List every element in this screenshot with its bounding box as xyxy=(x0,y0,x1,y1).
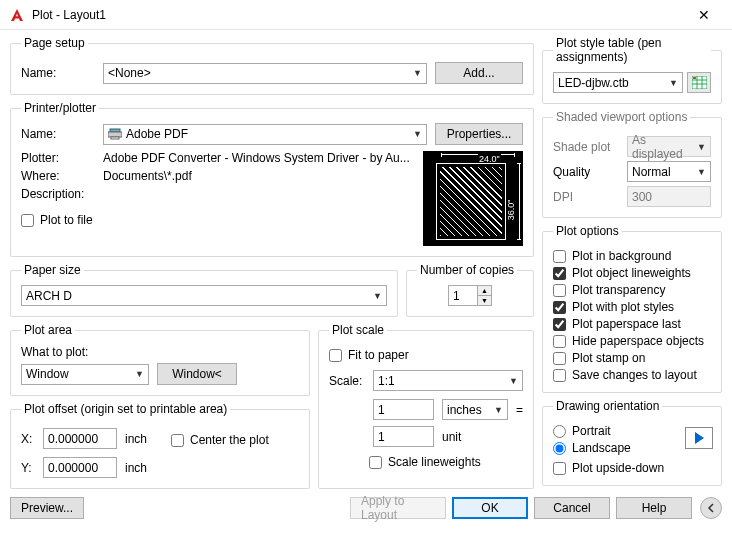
orientation-group: Drawing orientation Portrait Landscape P… xyxy=(542,399,722,486)
spin-down-icon[interactable]: ▼ xyxy=(477,296,491,305)
printer-name-value: Adobe PDF xyxy=(126,127,188,141)
help-button[interactable]: Help xyxy=(616,497,692,519)
offset-y-input[interactable]: 0.000000 xyxy=(43,457,117,478)
page-setup-name-label: Name: xyxy=(21,66,95,80)
offset-x-label: X: xyxy=(21,432,35,446)
copies-input[interactable]: 1 ▲▼ xyxy=(448,285,492,306)
scale-lineweights-checkbox[interactable] xyxy=(369,456,382,469)
save-layout-checkbox[interactable] xyxy=(553,369,566,382)
preview-height-label: 36.0" xyxy=(507,200,517,221)
plotter-label: Plotter: xyxy=(21,151,95,165)
plot-style-value: LED-djbw.ctb xyxy=(558,76,629,90)
shaded-viewport-group: Shaded viewport options Shade plot As di… xyxy=(542,110,722,218)
copies-group: Number of copies 1 ▲▼ xyxy=(406,263,534,317)
plot-pslast-checkbox[interactable] xyxy=(553,318,566,331)
offset-y-unit: inch xyxy=(125,461,155,475)
plot-bg-checkbox[interactable] xyxy=(553,250,566,263)
plot-trans-checkbox[interactable] xyxy=(553,284,566,297)
printer-group: Printer/plotter Name: Adobe PDF ▼ Proper… xyxy=(10,101,534,257)
equals-sign: = xyxy=(516,403,523,417)
paper-preview: 24.0" 36.0" xyxy=(423,151,523,246)
expand-dialog-button[interactable] xyxy=(700,497,722,519)
scale-num-input[interactable]: 1 xyxy=(373,399,434,420)
page-setup-name-combo[interactable]: <None> ▼ xyxy=(103,63,427,84)
scale-combo[interactable]: 1:1 ▼ xyxy=(373,370,523,391)
printer-legend: Printer/plotter xyxy=(21,101,99,115)
printer-name-label: Name: xyxy=(21,127,95,141)
plot-style-legend: Plot style table (pen assignments) xyxy=(553,36,711,64)
chevron-down-icon: ▼ xyxy=(135,369,144,379)
autocad-logo-icon xyxy=(8,6,26,24)
svg-rect-1 xyxy=(108,132,122,137)
plot-style-combo[interactable]: LED-djbw.ctb ▼ xyxy=(553,72,683,93)
center-plot-label: Center the plot xyxy=(190,433,269,447)
orientation-legend: Drawing orientation xyxy=(553,399,662,413)
hide-ps-checkbox[interactable] xyxy=(553,335,566,348)
printer-properties-button[interactable]: Properties... xyxy=(435,123,523,145)
preview-button[interactable]: Preview... xyxy=(10,497,84,519)
window-title: Plot - Layout1 xyxy=(32,8,684,22)
quality-label: Quality xyxy=(553,165,619,179)
plot-scale-legend: Plot scale xyxy=(329,323,387,337)
scale-label: Scale: xyxy=(329,374,365,388)
dpi-label: DPI xyxy=(553,190,619,204)
what-to-plot-label: What to plot: xyxy=(21,345,299,359)
plot-to-file-label: Plot to file xyxy=(40,213,93,227)
copies-legend: Number of copies xyxy=(417,263,517,277)
spin-up-icon[interactable]: ▲ xyxy=(477,286,491,296)
upside-down-checkbox[interactable] xyxy=(553,462,566,475)
plot-options-legend: Plot options xyxy=(553,224,622,238)
paper-size-legend: Paper size xyxy=(21,263,84,277)
plot-offset-legend: Plot offset (origin set to printable are… xyxy=(21,402,230,416)
where-label: Where: xyxy=(21,169,95,183)
window-pick-button[interactable]: Window< xyxy=(157,363,237,385)
chevron-down-icon: ▼ xyxy=(669,78,678,88)
plot-lw-checkbox[interactable] xyxy=(553,267,566,280)
apply-layout-button: Apply to Layout xyxy=(350,497,446,519)
svg-rect-8 xyxy=(693,77,696,79)
quality-combo[interactable]: Normal▼ xyxy=(627,161,711,182)
scale-den-input[interactable]: 1 xyxy=(373,426,434,447)
plot-area-legend: Plot area xyxy=(21,323,75,337)
plot-area-group: Plot area What to plot: Window ▼ Window< xyxy=(10,323,310,396)
plot-style-edit-button[interactable] xyxy=(687,72,711,93)
plot-scale-group: Plot scale Fit to paper Scale: 1:1 ▼ 1 i… xyxy=(318,323,534,489)
ok-button[interactable]: OK xyxy=(452,497,528,519)
fit-to-paper-checkbox[interactable] xyxy=(329,349,342,362)
page-setup-group: Page setup Name: <None> ▼ Add... xyxy=(10,36,534,95)
chevron-down-icon: ▼ xyxy=(697,142,706,152)
plot-options-group: Plot options Plot in background Plot obj… xyxy=(542,224,722,393)
chevron-down-icon: ▼ xyxy=(494,405,503,415)
description-label: Description: xyxy=(21,187,95,201)
center-plot-checkbox[interactable] xyxy=(171,434,184,447)
shade-plot-combo: As displayed▼ xyxy=(627,136,711,157)
offset-x-input[interactable]: 0.000000 xyxy=(43,428,117,449)
printer-name-combo[interactable]: Adobe PDF ▼ xyxy=(103,124,427,145)
paper-size-group: Paper size ARCH D ▼ xyxy=(10,263,398,317)
plot-styles-checkbox[interactable] xyxy=(553,301,566,314)
cancel-button[interactable]: Cancel xyxy=(534,497,610,519)
svg-rect-2 xyxy=(111,137,119,139)
landscape-radio[interactable] xyxy=(553,442,566,455)
plotter-value: Adobe PDF Converter - Windows System Dri… xyxy=(103,151,413,165)
shaded-legend: Shaded viewport options xyxy=(553,110,690,124)
scale-unit-combo[interactable]: inches ▼ xyxy=(442,399,508,420)
plot-style-group: Plot style table (pen assignments) LED-d… xyxy=(542,36,722,104)
chevron-down-icon: ▼ xyxy=(509,376,518,386)
page-setup-name-value: <None> xyxy=(108,66,151,80)
scale-den-unit: unit xyxy=(442,430,482,444)
chevron-down-icon: ▼ xyxy=(413,129,422,139)
copies-value: 1 xyxy=(453,289,460,303)
orientation-preview-icon xyxy=(685,427,713,449)
plot-stamp-checkbox[interactable] xyxy=(553,352,566,365)
scale-value: 1:1 xyxy=(378,374,395,388)
chevron-down-icon: ▼ xyxy=(697,167,706,177)
add-page-setup-button[interactable]: Add... xyxy=(435,62,523,84)
portrait-radio[interactable] xyxy=(553,425,566,438)
what-to-plot-combo[interactable]: Window ▼ xyxy=(21,364,149,385)
chevron-down-icon: ▼ xyxy=(413,68,422,78)
fit-to-paper-label: Fit to paper xyxy=(348,348,409,362)
close-button[interactable]: ✕ xyxy=(684,2,724,28)
plot-to-file-checkbox[interactable] xyxy=(21,214,34,227)
paper-size-combo[interactable]: ARCH D ▼ xyxy=(21,285,387,306)
